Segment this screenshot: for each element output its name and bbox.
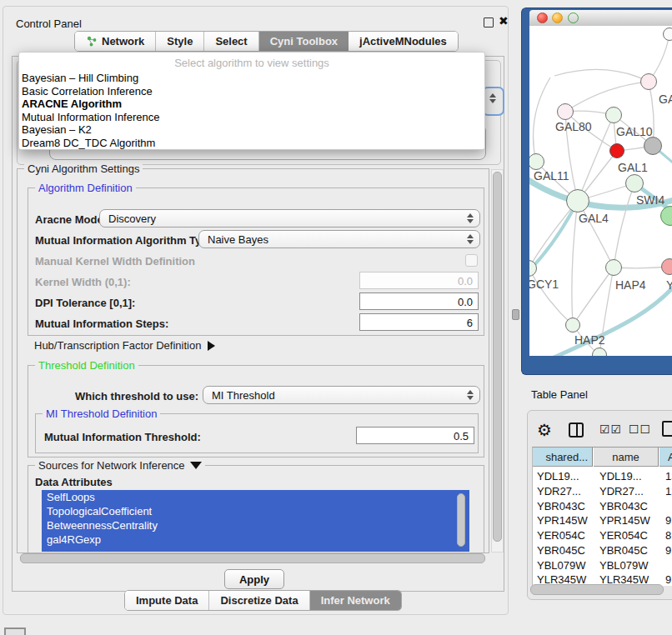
node-gal1-red[interactable] — [609, 143, 624, 158]
algorithm-definition-group: Algorithm Definition Aracne Mode: Discov… — [28, 188, 484, 336]
node-hap4[interactable] — [605, 259, 622, 276]
column-header-shared-name[interactable]: shared... — [533, 448, 593, 467]
tab-discretize-data[interactable]: Discretize Data — [209, 591, 309, 610]
dpi-tolerance-field[interactable]: 0.0 — [359, 292, 479, 310]
screen: Control Panel ✖ Network Style Select Cyn… — [0, 0, 672, 635]
settings-hscrollbar-thumb[interactable] — [20, 553, 485, 563]
attribute-item[interactable]: SelfLoops — [42, 490, 469, 504]
table-cell[interactable]: YBR045C — [599, 544, 648, 557]
attribute-item[interactable]: BetweennessCentrality — [42, 518, 469, 532]
control-panel-title: Control Panel — [16, 18, 82, 30]
float-window-icon[interactable] — [484, 18, 494, 28]
attribute-list-scrollbar[interactable] — [457, 493, 465, 547]
table-cell[interactable]: 9. — [665, 514, 672, 527]
which-threshold-label: Which threshold to use: — [75, 390, 198, 402]
node-gray[interactable] — [644, 137, 662, 155]
table-cell[interactable]: 13 — [665, 470, 672, 482]
table-cell[interactable]: YBR043C — [537, 500, 585, 512]
kernel-width-field[interactable]: 0.0 — [359, 272, 479, 289]
attribute-item[interactable]: TopologicalCoefficient — [42, 504, 469, 518]
apply-button[interactable]: Apply — [224, 569, 284, 589]
aracne-mode-combobox[interactable]: Discovery — [99, 209, 480, 228]
algorithm-option[interactable]: Bayesian – Hill Climbing — [19, 72, 484, 85]
algorithm-option[interactable]: Mutual Information Inference — [19, 111, 484, 124]
tab-select[interactable]: Select — [204, 32, 258, 51]
manual-kernel-label: Manual Kernel Width Definition — [35, 255, 195, 268]
table-cell[interactable]: YDR27... — [599, 485, 644, 498]
disclosure-right-icon — [208, 341, 215, 351]
hub-definition-toggle[interactable]: Hub/Transcription Factor Definition — [34, 339, 215, 352]
tab-infer-network[interactable]: Infer Network — [310, 591, 401, 610]
table-cell[interactable]: YDL19... — [537, 470, 579, 482]
node-gal-partial[interactable] — [640, 73, 657, 90]
algorithm-option[interactable]: Bayesian – K2 — [19, 123, 484, 137]
algorithm-combobox-partial[interactable] — [482, 87, 504, 116]
node-attribute-table: shared... name A YDL19... YDL19... 13 YD… — [532, 447, 672, 586]
node-gal80[interactable] — [557, 103, 574, 120]
sources-group: Sources for Network Inference Data Attri… — [28, 465, 484, 552]
mi-threshold-label: Mutual Information Threshold: — [44, 431, 201, 443]
table-cell[interactable]: YDL19... — [599, 470, 642, 482]
splitpane-divider-handle[interactable] — [512, 309, 519, 320]
table-cell[interactable]: YBR045C — [537, 544, 585, 557]
mi-steps-field[interactable]: 6 — [359, 313, 479, 331]
table-panel-title: Table Panel — [531, 388, 588, 401]
table-cell[interactable]: YDR27... — [537, 485, 581, 498]
node-unlabeled[interactable] — [663, 28, 672, 41]
table-cell[interactable]: YBL079W — [599, 559, 649, 572]
dpi-tolerance-label: DPI Tolerance [0,1]: — [35, 297, 135, 309]
column-header-name[interactable]: name — [594, 448, 659, 467]
table-cell[interactable]: 12 — [665, 485, 672, 498]
algorithm-option[interactable]: Basic Correlation Inference — [19, 85, 484, 98]
node-hap2[interactable] — [565, 318, 580, 332]
node-gal4[interactable] — [566, 189, 589, 212]
split-columns-icon[interactable] — [569, 422, 584, 438]
which-threshold-combobox[interactable]: MI Threshold — [203, 386, 480, 404]
mi-threshold-field[interactable]: 0.5 — [356, 427, 474, 444]
tab-cyni-toolbox[interactable]: Cyni Toolbox — [259, 32, 349, 51]
table-cell[interactable]: 9. — [665, 544, 672, 557]
network-window-titlebar[interactable] — [529, 10, 672, 27]
algorithm-option[interactable]: Dream8 DC_TDC Algorithm — [19, 137, 484, 150]
tab-jactivemnodules[interactable]: jActiveMNodules — [349, 32, 458, 51]
tab-style[interactable]: Style — [156, 32, 204, 51]
cyni-settings-legend: Cyni Algorithm Settings — [24, 162, 143, 175]
tab-impute-data[interactable]: Impute Data — [125, 591, 209, 610]
attribute-item[interactable]: gal4RGexp — [42, 532, 469, 547]
node-salmon[interactable] — [661, 258, 672, 275]
mi-type-combobox[interactable]: Naive Bayes — [198, 230, 480, 248]
table-cell[interactable]: YER054C — [537, 529, 585, 542]
deselect-all-columns-icon[interactable]: ☐☐ — [629, 422, 651, 436]
column-header-partial[interactable]: A — [659, 448, 672, 467]
algorithm-option-aracne[interactable]: ARACNE Algorithm — [19, 98, 484, 111]
table-cell[interactable]: 9. — [665, 573, 672, 586]
close-icon[interactable]: ✖ — [499, 14, 509, 28]
gear-icon[interactable]: ⚙ — [537, 420, 552, 440]
table-cell[interactable]: YPR145W — [599, 514, 650, 527]
mi-type-label: Mutual Information Algorithm Type: — [35, 234, 218, 247]
settings-vscrollbar-thumb[interactable] — [493, 172, 502, 542]
control-panel-tabs: Network Style Select Cyni Toolbox jActiv… — [74, 31, 459, 52]
node-gal10[interactable] — [605, 107, 622, 123]
minimize-traffic-light[interactable] — [552, 12, 563, 23]
node-label: GAL4 — [579, 212, 609, 225]
zoom-traffic-light[interactable] — [568, 12, 579, 23]
network-view-canvas[interactable]: GAL GAL80 GAL10 GAL1 GAL11 SWI4 GAL4 GCY… — [529, 26, 672, 356]
table-cell[interactable]: YPR145W — [537, 514, 588, 527]
node-swi4[interactable] — [625, 174, 644, 192]
combo-stepper-icon — [464, 390, 476, 400]
document-icon[interactable] — [662, 421, 672, 437]
table-cell[interactable]: 8. — [665, 529, 672, 542]
manual-kernel-checkbox[interactable] — [465, 254, 478, 267]
close-traffic-light[interactable] — [537, 12, 548, 23]
table-hscrollbar-thumb[interactable] — [530, 584, 664, 595]
tab-network[interactable]: Network — [75, 32, 156, 51]
table-cell[interactable]: YBL079W — [537, 559, 586, 572]
minimized-panel-button[interactable] — [4, 628, 26, 635]
combo-stepper-icon — [464, 213, 476, 223]
node-label: GAL1 — [618, 161, 648, 174]
select-all-columns-icon[interactable]: ☑☑ — [599, 422, 622, 436]
table-cell[interactable]: YER054C — [599, 529, 648, 542]
sources-legend[interactable]: Sources for Network Inference — [35, 459, 205, 472]
table-cell[interactable]: YBR043C — [599, 500, 648, 512]
